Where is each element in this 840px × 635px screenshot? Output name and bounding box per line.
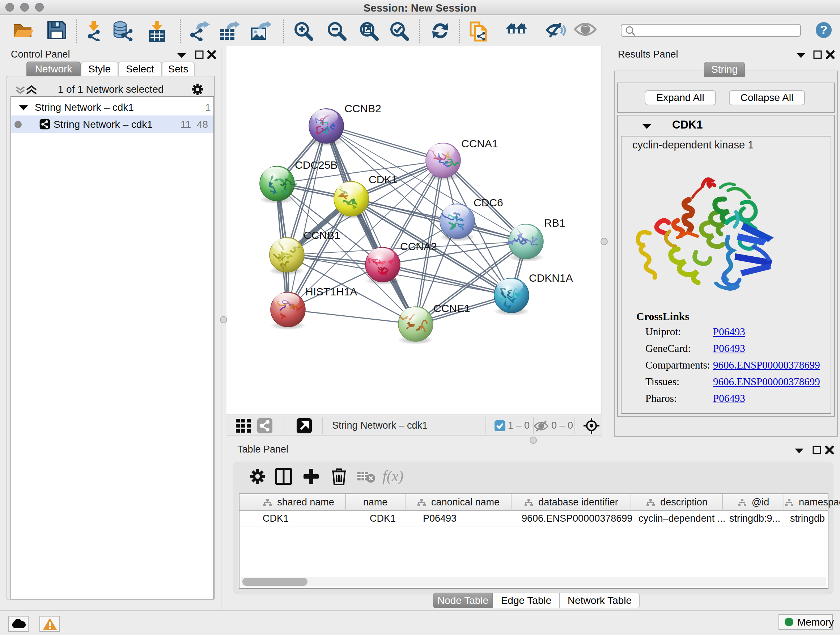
svg-text:CDK1: CDK1	[369, 173, 398, 185]
svg-text:CDC25B: CDC25B	[295, 159, 338, 171]
svg-text:?: ?	[820, 23, 828, 36]
svg-text:CCNE1: CCNE1	[433, 302, 470, 314]
svg-text:HIST1H1A: HIST1H1A	[305, 286, 357, 298]
svg-text:CDC6: CDC6	[474, 196, 503, 209]
svg-text:CCNA2: CCNA2	[400, 241, 437, 252]
svg-text:CCNB2: CCNB2	[344, 103, 381, 114]
svg-text:CDKN1A: CDKN1A	[529, 272, 573, 284]
svg-text:CCNA1: CCNA1	[461, 138, 498, 149]
svg-text:CCNB1: CCNB1	[303, 229, 340, 241]
svg-text:RB1: RB1	[544, 217, 565, 229]
